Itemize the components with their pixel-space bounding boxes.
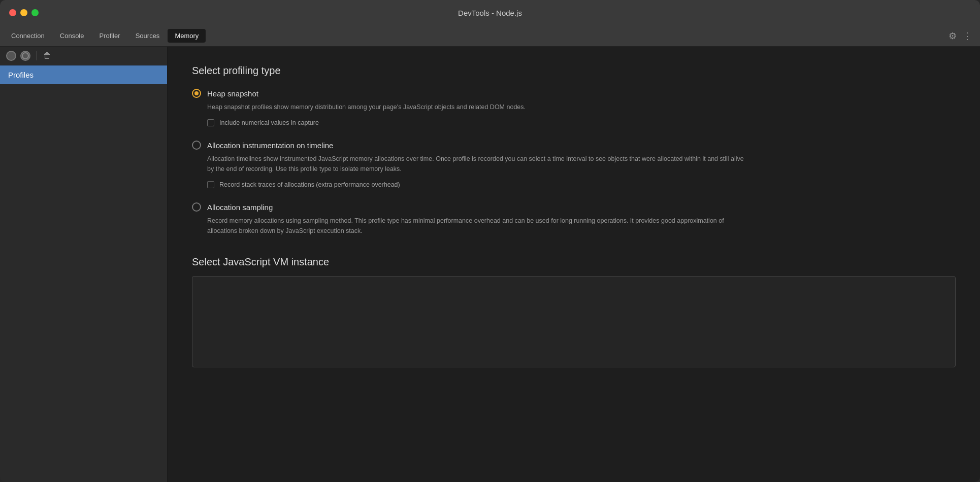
include-numerical-label[interactable]: Include numerical values in capture (219, 119, 319, 126)
tab-console[interactable]: Console (53, 29, 91, 43)
vm-instance-box (192, 276, 956, 367)
allocation-timeline-checkbox-row: Record stack traces of allocations (extr… (192, 181, 956, 188)
option-heap-snapshot: Heap snapshot Heap snapshot profiles sho… (192, 89, 956, 126)
allocation-timeline-description: Allocation timelines show instrumented J… (192, 154, 750, 174)
tab-profiler[interactable]: Profiler (92, 29, 127, 43)
profiling-type-title: Select profiling type (192, 65, 956, 77)
maximize-button[interactable] (31, 9, 39, 16)
title-bar: DevTools - Node.js (0, 0, 980, 25)
radio-heap-snapshot[interactable] (192, 89, 201, 98)
sidebar-item-profiles[interactable]: Profiles (0, 65, 167, 84)
window-controls (9, 9, 39, 16)
option-heap-snapshot-header: Heap snapshot (192, 89, 956, 98)
tab-connection[interactable]: Connection (4, 29, 52, 43)
heap-snapshot-description: Heap snapshot profiles show memory distr… (192, 102, 750, 112)
nav-right-icons: ⚙ ⋮ (949, 30, 972, 42)
minimize-button[interactable] (20, 9, 27, 16)
allocation-sampling-label[interactable]: Allocation sampling (207, 203, 273, 212)
radio-allocation-timeline[interactable] (192, 141, 201, 150)
nav-tabs: Connection Console Profiler Sources Memo… (0, 25, 980, 47)
window-title: DevTools - Node.js (458, 9, 522, 17)
heap-snapshot-label[interactable]: Heap snapshot (207, 89, 258, 98)
sidebar-toolbar: 🗑 (0, 47, 167, 65)
include-numerical-checkbox[interactable] (207, 119, 214, 126)
option-allocation-timeline: Allocation instrumentation on timeline A… (192, 141, 956, 188)
settings-icon[interactable]: ⚙ (949, 30, 957, 42)
close-button[interactable] (9, 9, 16, 16)
tab-memory[interactable]: Memory (168, 29, 206, 43)
vm-instance-title: Select JavaScript VM instance (192, 256, 956, 268)
heap-snapshot-checkbox-row: Include numerical values in capture (192, 119, 956, 126)
tab-sources[interactable]: Sources (128, 29, 167, 43)
toolbar-separator (37, 51, 37, 60)
more-options-icon[interactable]: ⋮ (963, 30, 972, 42)
sidebar: 🗑 Profiles (0, 47, 168, 482)
allocation-sampling-description: Record memory allocations using sampling… (192, 216, 750, 236)
option-allocation-sampling-header: Allocation sampling (192, 202, 956, 212)
stop-button[interactable] (20, 51, 30, 61)
option-allocation-timeline-header: Allocation instrumentation on timeline (192, 141, 956, 150)
record-stack-traces-label[interactable]: Record stack traces of allocations (extr… (219, 181, 400, 188)
record-stack-traces-checkbox[interactable] (207, 181, 214, 188)
content-area: Select profiling type Heap snapshot Heap… (168, 47, 980, 482)
main-layout: 🗑 Profiles Select profiling type Heap sn… (0, 47, 980, 482)
profiling-options: Heap snapshot Heap snapshot profiles sho… (192, 89, 956, 236)
allocation-timeline-label[interactable]: Allocation instrumentation on timeline (207, 141, 333, 150)
clear-profiles-button[interactable]: 🗑 (43, 51, 51, 60)
radio-allocation-sampling[interactable] (192, 202, 201, 212)
record-button[interactable] (6, 51, 16, 61)
option-allocation-sampling: Allocation sampling Record memory alloca… (192, 202, 956, 236)
